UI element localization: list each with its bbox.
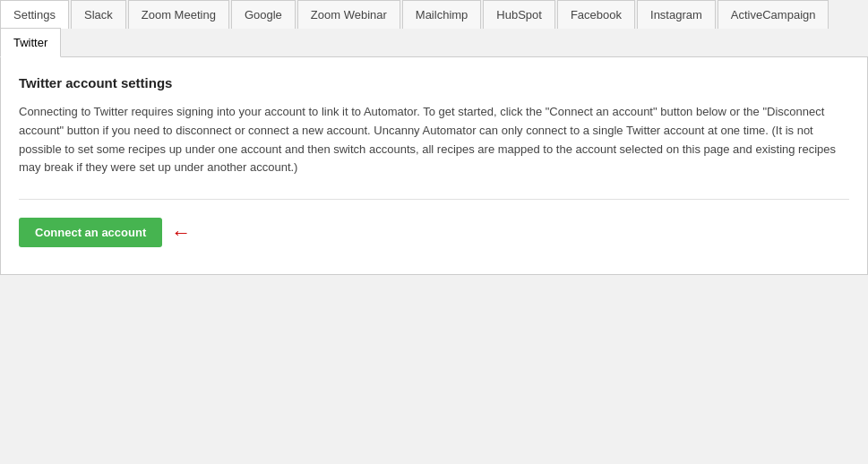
tab-google[interactable]: Google — [231, 0, 296, 29]
tab-slack[interactable]: Slack — [71, 0, 126, 29]
content-panel: Twitter account settings Connecting to T… — [0, 57, 868, 275]
tab-zoom-meeting[interactable]: Zoom Meeting — [128, 0, 229, 29]
tab-settings[interactable]: Settings — [0, 0, 69, 29]
tab-instagram[interactable]: Instagram — [637, 0, 716, 29]
button-row: Connect an account ← — [19, 218, 849, 247]
tab-hubspot[interactable]: HubSpot — [483, 0, 555, 29]
tab-facebook[interactable]: Facebook — [557, 0, 635, 29]
tabs-bar: SettingsSlackZoom MeetingGoogleZoom Webi… — [0, 0, 868, 57]
connect-account-button[interactable]: Connect an account — [19, 218, 162, 247]
divider — [19, 199, 849, 200]
tab-zoom-webinar[interactable]: Zoom Webinar — [297, 0, 400, 29]
tab-activecampaign[interactable]: ActiveCampaign — [718, 0, 829, 29]
section-title: Twitter account settings — [19, 75, 849, 90]
tab-mailchimp[interactable]: Mailchimp — [402, 0, 482, 29]
tab-twitter[interactable]: Twitter — [0, 28, 61, 57]
arrow-icon: ← — [171, 221, 191, 245]
description-text: Connecting to Twitter requires signing i… — [19, 103, 843, 177]
